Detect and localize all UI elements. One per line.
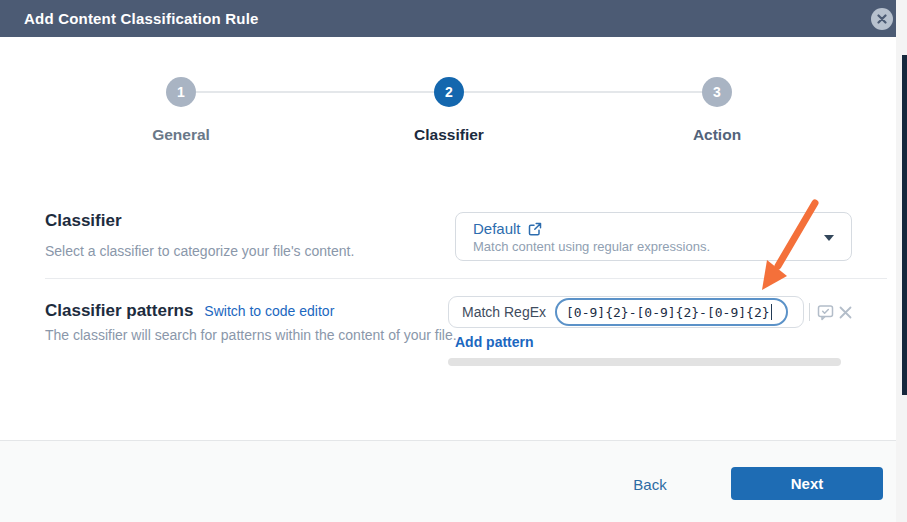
step-1-label[interactable]: General xyxy=(101,126,261,144)
pattern-type-label: Match RegEx xyxy=(462,304,546,320)
patterns-heading: Classifier patterns xyxy=(45,301,193,321)
title-bar: Add Content Classification Rule xyxy=(0,0,896,37)
step-connector xyxy=(196,91,434,93)
next-button[interactable]: Next xyxy=(731,467,883,500)
add-pattern-link[interactable]: Add pattern xyxy=(455,334,534,350)
patterns-description: The classifier will search for patterns … xyxy=(45,325,467,347)
dropdown-value: Default xyxy=(473,220,521,237)
dropdown-description: Match content using regular expressions. xyxy=(473,239,811,254)
classifier-description: Select a classifier to categorize your f… xyxy=(45,241,354,263)
external-link-icon xyxy=(528,222,542,236)
section-divider xyxy=(45,278,887,279)
step-2-number: 2 xyxy=(445,84,453,100)
step-connector xyxy=(464,91,702,93)
patterns-header-row: Classifier patterns Switch to code edito… xyxy=(45,301,334,321)
classifier-heading: Classifier xyxy=(45,211,122,231)
classifier-dropdown[interactable]: Default Match content using regular expr… xyxy=(455,212,852,261)
chevron-down-icon xyxy=(824,235,834,241)
page-backdrop-strip xyxy=(902,55,907,395)
regex-pattern-input[interactable]: [0-9]{2}-[0-9]{2}-[0-9]{2} xyxy=(555,298,788,326)
step-2-label[interactable]: Classifier xyxy=(369,126,529,144)
add-content-classification-rule-modal: Add Content Classification Rule 1 2 3 Ge… xyxy=(0,0,907,522)
remove-pattern-icon[interactable] xyxy=(838,305,853,320)
back-button[interactable]: Back xyxy=(615,470,685,498)
close-icon xyxy=(877,14,887,24)
step-2-circle[interactable]: 2 xyxy=(434,77,464,107)
close-button[interactable] xyxy=(871,8,893,30)
horizontal-scrollbar[interactable] xyxy=(448,358,841,366)
step-3-number: 3 xyxy=(713,84,721,100)
switch-to-code-editor-link[interactable]: Switch to code editor xyxy=(204,303,334,319)
modal-title: Add Content Classification Rule xyxy=(24,10,259,27)
step-1-number: 1 xyxy=(177,84,185,100)
pattern-actions-divider xyxy=(809,303,810,321)
step-3-circle[interactable]: 3 xyxy=(702,77,732,107)
pattern-row: Match RegEx [0-9]{2}-[0-9]{2}-[0-9]{2} xyxy=(448,296,804,328)
step-1-circle[interactable]: 1 xyxy=(166,77,196,107)
step-3-label[interactable]: Action xyxy=(637,126,797,144)
speech-bubble-check-icon[interactable] xyxy=(816,303,835,322)
